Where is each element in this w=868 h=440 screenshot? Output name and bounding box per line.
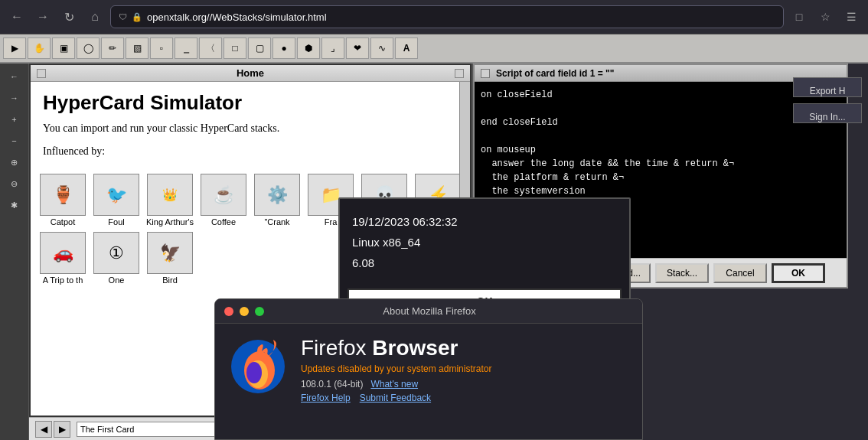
firefox-version: 108.0.1 (64-bit) What's new bbox=[301, 379, 491, 389]
ok-button[interactable]: OK bbox=[772, 263, 825, 283]
list-item[interactable]: 🏺 Catpot bbox=[37, 174, 89, 227]
hypercard-titlebar: Home bbox=[31, 65, 470, 82]
firefox-help-link[interactable]: Firefox Help bbox=[301, 393, 351, 403]
firefox-titlebar: About Mozilla Firefox bbox=[215, 299, 642, 324]
bookmark-button[interactable]: ☆ bbox=[814, 6, 836, 28]
shield-icon: 🛡 bbox=[119, 12, 127, 21]
card-icon-one: ① bbox=[93, 232, 139, 274]
tool-select-oval[interactable]: ◯ bbox=[77, 37, 100, 59]
tool-arc[interactable]: ⌟ bbox=[321, 37, 344, 59]
tool-poly[interactable]: ⬢ bbox=[297, 37, 320, 59]
tool-brush[interactable]: ▧ bbox=[126, 37, 148, 59]
update-warning: Updates disabled by your system administ… bbox=[301, 363, 491, 374]
sidebar-zoom-in[interactable]: + bbox=[4, 109, 25, 129]
firefox-content: Firefox Browser Updates disabled by your… bbox=[215, 324, 642, 416]
list-item[interactable]: ☕ Coffee bbox=[197, 174, 250, 227]
card-icon-crank: ⚙️ bbox=[254, 174, 300, 216]
firefox-brand-firefox: Firefox bbox=[301, 336, 367, 360]
tabs-button[interactable]: □ bbox=[788, 6, 810, 28]
datetime-os: Linux x86_64 bbox=[352, 232, 617, 253]
sidebar-star[interactable]: ✱ bbox=[4, 195, 25, 215]
firefox-brand: Firefox Browser bbox=[301, 336, 491, 360]
browser-toolbar: ← → ↻ ⌂ 🛡 🔒 openxtalk.org//WebStacks/sim… bbox=[0, 0, 868, 34]
hypercard-heading: HyperCard Simulator bbox=[43, 91, 458, 115]
datetime-content: 19/12/2023 06:32:32 Linux x86_64 6.08 bbox=[340, 199, 629, 285]
export-button[interactable]: Export H bbox=[793, 77, 862, 97]
list-item[interactable]: 👑 King Arthur's bbox=[144, 174, 196, 227]
address-bar[interactable]: 🛡 🔒 openxtalk.org//WebStacks/simulator.h… bbox=[110, 5, 784, 28]
svg-point-3 bbox=[246, 362, 262, 383]
tool-heart[interactable]: ❤ bbox=[346, 37, 369, 59]
card-icon-catpot: 🏺 bbox=[40, 174, 86, 216]
script-line-5: on mouseup bbox=[481, 143, 840, 157]
card-icon-foul: 🐦 bbox=[93, 174, 139, 216]
datetime-value: 19/12/2023 06:32:32 bbox=[352, 211, 617, 232]
stack-button[interactable]: Stack... bbox=[655, 263, 709, 283]
tool-pencil[interactable]: ✏ bbox=[101, 37, 124, 59]
sidebar-zoom-out[interactable]: − bbox=[4, 131, 25, 151]
card-label: A Trip to th bbox=[43, 275, 83, 285]
script-line-7: the platform & return &¬ bbox=[481, 171, 840, 184]
card-icon-trip: 🚗 bbox=[40, 232, 86, 274]
hypercard-maximize-btn[interactable] bbox=[455, 69, 464, 78]
hypercard-title: Home bbox=[237, 67, 264, 79]
list-item[interactable]: ⚙️ "Crank bbox=[251, 174, 303, 227]
card-label: King Arthur's bbox=[146, 217, 194, 227]
sidebar-minus[interactable]: ⊖ bbox=[4, 174, 25, 194]
prev-card-button[interactable]: ◀ bbox=[35, 421, 52, 438]
right-panel: Export H Sign In... bbox=[787, 71, 868, 129]
sidebar-plus[interactable]: ⊕ bbox=[4, 152, 25, 172]
sidebar-nav-back[interactable]: ← bbox=[4, 67, 25, 86]
sign-in-button[interactable]: Sign In... bbox=[793, 103, 862, 123]
sidebar-nav-forward[interactable]: → bbox=[4, 88, 25, 108]
home-button[interactable]: ⌂ bbox=[84, 6, 106, 28]
list-item[interactable]: 🦅 Bird bbox=[144, 232, 196, 285]
forward-button[interactable]: → bbox=[32, 6, 54, 28]
card-label: "Crank bbox=[264, 217, 289, 227]
tool-pointer[interactable]: ▶ bbox=[3, 37, 26, 59]
hypercard-close-btn[interactable] bbox=[37, 69, 46, 78]
cancel-button[interactable]: Cancel bbox=[713, 263, 767, 283]
tool-hand[interactable]: ✋ bbox=[28, 37, 51, 59]
back-button[interactable]: ← bbox=[6, 6, 28, 28]
firefox-min-button[interactable] bbox=[240, 307, 249, 316]
tool-round-rect[interactable]: ▢ bbox=[248, 37, 271, 59]
tool-line[interactable]: ⎯ bbox=[175, 37, 197, 59]
hypercard-description: You can import and run your classic Hype… bbox=[43, 121, 458, 136]
submit-feedback-link[interactable]: Submit Feedback bbox=[360, 393, 431, 403]
version-text: 108.0.1 (64-bit) bbox=[301, 379, 363, 389]
firefox-dialog-title: About Mozilla Firefox bbox=[383, 305, 475, 317]
tool-oval[interactable]: ● bbox=[272, 37, 295, 59]
script-line-4 bbox=[481, 129, 840, 143]
tool-irregular[interactable]: ∿ bbox=[370, 37, 393, 59]
about-firefox-dialog: About Mozilla Firefox Firefox bbox=[214, 298, 643, 440]
firefox-close-button[interactable] bbox=[224, 307, 233, 316]
card-label: Coffee bbox=[211, 217, 236, 227]
list-item[interactable]: 🐦 Foul bbox=[90, 174, 142, 227]
reload-button[interactable]: ↻ bbox=[58, 6, 80, 28]
firefox-update-text: Updates disabled by your system administ… bbox=[301, 363, 491, 374]
script-editor-title: Script of card field id 1 = "" bbox=[496, 68, 614, 79]
card-label: Bird bbox=[162, 275, 178, 285]
left-sidebar: ← → + − ⊕ ⊖ ✱ bbox=[0, 64, 29, 440]
firefox-max-button[interactable] bbox=[255, 307, 264, 316]
firefox-logo bbox=[227, 336, 289, 397]
whats-new-link[interactable]: What's new bbox=[370, 379, 418, 389]
tool-text[interactable]: A bbox=[395, 37, 418, 59]
list-item[interactable]: ① One bbox=[90, 232, 142, 285]
tool-eraser[interactable]: ▫ bbox=[150, 37, 173, 59]
drawing-toolbar: ▶ ✋ ▣ ◯ ✏ ▧ ▫ ⎯ 〈 □ ▢ ● ⬢ ⌟ ❤ ∿ A bbox=[0, 34, 868, 64]
url-text: openxtalk.org//WebStacks/simulator.html bbox=[147, 11, 327, 23]
card-icon-coffee: ☕ bbox=[201, 174, 246, 216]
tool-rect[interactable]: □ bbox=[224, 37, 246, 59]
hypercard-content: HyperCard Simulator You can import and r… bbox=[31, 82, 470, 174]
tool-select-rect[interactable]: ▣ bbox=[52, 37, 75, 59]
card-label: Foul bbox=[108, 217, 124, 227]
menu-button[interactable]: ☰ bbox=[840, 6, 862, 28]
browser-icons: □ ☆ ☰ bbox=[788, 6, 862, 28]
next-card-button[interactable]: ▶ bbox=[54, 421, 70, 438]
tool-curve[interactable]: 〈 bbox=[199, 37, 222, 59]
list-item[interactable]: 🚗 A Trip to th bbox=[37, 232, 89, 285]
firefox-window-controls bbox=[224, 307, 264, 316]
firefox-links: Firefox Help Submit Feedback bbox=[301, 393, 491, 403]
